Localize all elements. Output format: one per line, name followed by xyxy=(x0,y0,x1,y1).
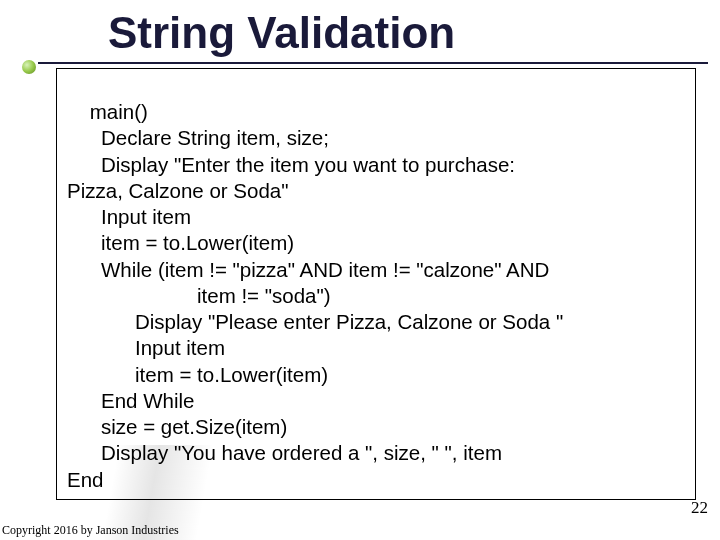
code-line: item = to.Lower(item) xyxy=(67,362,687,388)
slide: String Validation main() Declare String … xyxy=(0,0,720,540)
title-underline xyxy=(38,62,708,64)
code-line: item != "soda") xyxy=(67,283,687,309)
code-line: End While xyxy=(67,388,687,414)
code-line: item = to.Lower(item) xyxy=(67,230,687,256)
code-line: Input item xyxy=(67,204,687,230)
code-line: End xyxy=(67,468,103,491)
code-line: Pizza, Calzone or Soda" xyxy=(67,179,289,202)
bullet-icon xyxy=(22,60,36,74)
title-block: String Validation xyxy=(0,8,720,64)
copyright-text: Copyright 2016 by Janson Industries xyxy=(2,523,179,538)
code-line: main() xyxy=(90,100,148,123)
code-line: Display "Please enter Pizza, Calzone or … xyxy=(67,309,687,335)
code-line: While (item != "pizza" AND item != "calz… xyxy=(67,257,687,283)
code-line: Input item xyxy=(67,335,687,361)
page-number: 22 xyxy=(691,498,708,518)
code-line: Display "You have ordered a ", size, " "… xyxy=(67,440,687,466)
code-line: Declare String item, size; xyxy=(67,125,687,151)
slide-title: String Validation xyxy=(108,8,720,58)
code-box: main() Declare String item, size;Display… xyxy=(56,68,696,500)
code-line: Display "Enter the item you want to purc… xyxy=(67,152,687,178)
code-line: size = get.Size(item) xyxy=(67,414,687,440)
